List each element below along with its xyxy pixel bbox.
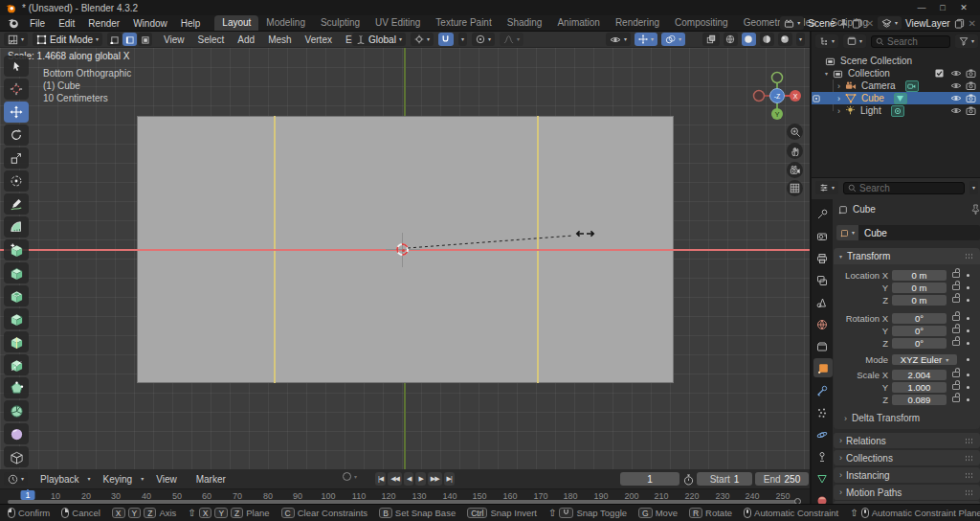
tab-output-icon[interactable] xyxy=(814,251,830,266)
prev-keyframe-button[interactable]: ◀◀ xyxy=(388,472,402,486)
rotation-y-field[interactable]: 0° xyxy=(892,326,947,336)
zoom-button[interactable] xyxy=(787,124,803,140)
tab-layout[interactable]: Layout xyxy=(214,15,258,31)
current-frame-field[interactable]: 1 xyxy=(620,472,679,486)
panel-grip-icon[interactable] xyxy=(965,489,974,496)
hide-eye-icon[interactable] xyxy=(950,106,962,115)
rotation-x-field[interactable]: 0° xyxy=(892,313,947,324)
breadcrumb-label[interactable]: Cube xyxy=(853,204,876,215)
light-data-icon[interactable] xyxy=(891,105,904,117)
outliner-display-mode-dropdown[interactable]: ▾ xyxy=(815,34,838,48)
mode-dropdown[interactable]: Edit Mode ▾ xyxy=(33,33,102,46)
tab-uv-editing[interactable]: UV Editing xyxy=(368,15,428,31)
menu-file[interactable]: File xyxy=(23,18,52,29)
transform-orientation-dropdown[interactable]: Global ▾ xyxy=(352,33,406,46)
tool-annotate[interactable] xyxy=(4,193,29,215)
menu-marker[interactable]: Marker xyxy=(189,474,233,485)
tab-particles-icon[interactable] xyxy=(814,405,830,420)
menu-select[interactable]: Select xyxy=(191,34,232,45)
tool-measure[interactable] xyxy=(4,216,29,238)
tab-shading[interactable]: Shading xyxy=(500,15,550,31)
timeline-editor-type-button[interactable]: ▾ xyxy=(4,472,28,486)
properties-options-dropdown[interactable]: ▾ xyxy=(969,181,978,194)
panel-grip-icon[interactable] xyxy=(965,472,974,479)
menu-playback[interactable]: Playback▾ xyxy=(33,474,91,485)
animate-dot[interactable] xyxy=(967,317,969,320)
animate-dot[interactable] xyxy=(967,374,969,376)
tab-modifiers-icon[interactable] xyxy=(814,383,830,398)
outliner-filter-button[interactable]: ▾ xyxy=(955,34,978,48)
show-overlays-button[interactable]: ▾ xyxy=(661,33,685,46)
lock-icon[interactable] xyxy=(952,340,960,346)
outliner-search-input[interactable]: Search xyxy=(871,35,950,48)
tab-sculpting[interactable]: Sculpting xyxy=(313,15,368,31)
tab-collection-icon[interactable] xyxy=(814,339,830,354)
start-frame-field[interactable]: Start 1 xyxy=(697,472,752,486)
play-button[interactable]: ▶ xyxy=(415,472,425,486)
proportional-falloff-dropdown[interactable]: ▾ xyxy=(500,33,523,46)
shading-material-button[interactable] xyxy=(760,33,774,46)
shading-rendered-button[interactable] xyxy=(778,33,792,46)
jump-to-end-button[interactable]: ▶| xyxy=(444,472,455,486)
disable-render-icon[interactable] xyxy=(966,81,976,90)
outliner-row-camera[interactable]: › Camera xyxy=(812,79,980,92)
tool-extrude-region[interactable] xyxy=(4,262,29,283)
scale-z-field[interactable]: 0.089 xyxy=(892,395,947,405)
lock-icon[interactable] xyxy=(952,297,960,303)
menu-mesh[interactable]: Mesh xyxy=(261,34,298,45)
rotation-mode-dropdown[interactable]: XYZ Euler ▾ xyxy=(892,354,957,365)
tab-view-layer-icon[interactable] xyxy=(814,273,830,288)
tab-object-icon[interactable] xyxy=(813,358,833,377)
blender-menu-icon[interactable] xyxy=(0,17,23,29)
snap-settings-dropdown[interactable]: ▾ xyxy=(458,33,467,46)
new-view-layer-icon[interactable] xyxy=(954,18,965,29)
animate-dot[interactable] xyxy=(967,286,969,289)
expanded-icon[interactable]: ▾ xyxy=(825,70,828,77)
panel-grip-icon[interactable] xyxy=(965,253,974,260)
lock-icon[interactable] xyxy=(952,284,960,290)
menu-help[interactable]: Help xyxy=(174,18,208,29)
xray-toggle-button[interactable] xyxy=(702,33,720,46)
scene-name[interactable]: Scene xyxy=(808,18,835,29)
lock-icon[interactable] xyxy=(952,272,960,278)
animate-dot[interactable] xyxy=(967,342,969,345)
pan-button[interactable] xyxy=(787,143,803,159)
disable-render-icon[interactable] xyxy=(966,94,976,102)
shading-wireframe-button[interactable] xyxy=(724,33,738,46)
expand-icon[interactable]: › xyxy=(837,106,840,116)
animate-dot[interactable] xyxy=(967,358,969,361)
next-keyframe-button[interactable]: ▶▶ xyxy=(428,472,442,486)
lock-icon[interactable] xyxy=(952,396,960,402)
animate-dot[interactable] xyxy=(967,398,969,401)
lock-icon[interactable] xyxy=(952,315,960,321)
expand-icon[interactable]: › xyxy=(837,81,840,91)
tab-constraints-icon[interactable] xyxy=(814,449,830,464)
hide-eye-icon[interactable] xyxy=(950,69,962,78)
tab-object-data-icon[interactable] xyxy=(814,471,830,487)
perspective-toggle-button[interactable] xyxy=(787,180,803,196)
camera-data-icon[interactable] xyxy=(905,80,919,92)
menu-window[interactable]: Window xyxy=(126,18,174,29)
collection-checkbox[interactable] xyxy=(935,69,944,78)
tool-scale[interactable] xyxy=(4,147,29,169)
outliner-row-scene-collection[interactable]: Scene Collection xyxy=(812,55,980,67)
tab-modeling[interactable]: Modeling xyxy=(258,15,313,31)
edge-select-button[interactable] xyxy=(122,33,137,46)
animate-dot[interactable] xyxy=(967,386,969,389)
snap-toggle-button[interactable] xyxy=(438,33,454,46)
rotation-z-field[interactable]: 0° xyxy=(892,338,947,349)
tool-loop-cut[interactable] xyxy=(4,331,29,352)
gizmo-y-neg-ball[interactable] xyxy=(772,73,783,83)
view-layer-name[interactable]: ViewLayer xyxy=(905,18,950,29)
panel-collections[interactable]: ›Collections xyxy=(834,450,980,465)
auto-key-button[interactable]: ▾ xyxy=(343,472,357,481)
shading-solid-button[interactable] xyxy=(742,33,756,46)
timeline-ruler[interactable]: 1 10 20 30 40 50 60 70 80 90 100 110 120… xyxy=(0,488,810,504)
tool-poly-build[interactable] xyxy=(4,377,29,398)
panel-grip-icon[interactable] xyxy=(965,455,974,462)
view-layer-selector[interactable]: ▾ xyxy=(878,16,902,30)
tab-physics-icon[interactable] xyxy=(814,427,830,442)
hide-eye-icon[interactable] xyxy=(950,94,962,102)
object-name-field[interactable]: Cube xyxy=(858,225,980,240)
scale-y-field[interactable]: 1.000 xyxy=(892,382,947,393)
